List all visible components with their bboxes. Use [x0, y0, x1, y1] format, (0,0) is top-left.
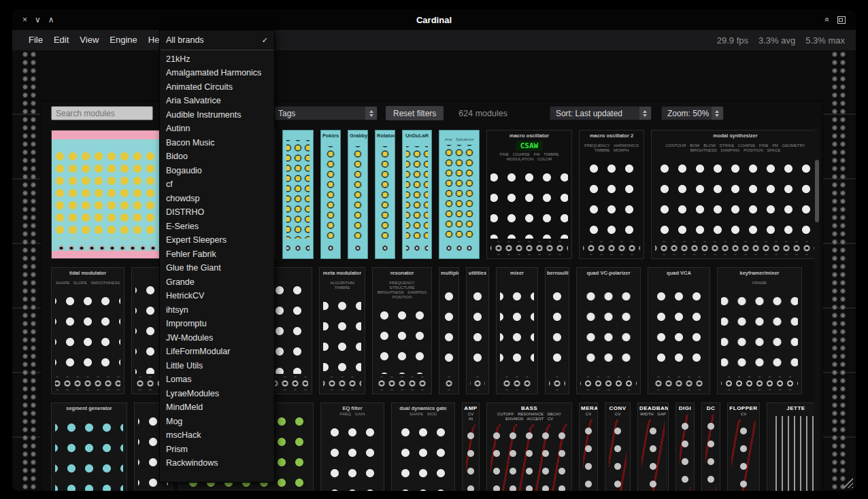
brand-option[interactable]: Fehler Fabrik — [160, 247, 274, 262]
module-tile[interactable]: mixer — [496, 267, 538, 394]
brand-option-all[interactable]: All brands ✓ — [160, 33, 274, 48]
brand-option[interactable]: DISTRHO — [160, 205, 274, 220]
module-tile[interactable]: DIGI — [675, 402, 695, 491]
menu-item[interactable]: View — [74, 30, 104, 50]
close-icon[interactable]: × — [22, 10, 27, 30]
brand-option[interactable]: Mog — [160, 415, 274, 429]
module-tile[interactable]: quad VCA — [648, 267, 710, 394]
module-title: bernoulli gate — [546, 268, 569, 277]
module-tile[interactable]: quad VC-polarizer — [576, 267, 641, 394]
module-labels: FRAME — [718, 281, 801, 286]
brand-option[interactable]: Glue the Giant — [160, 261, 274, 275]
module-labels: Aria Salvatrice — [439, 137, 479, 142]
module-tile[interactable]: Aria Salvatrice — [439, 130, 480, 259]
module-title: utilities — [467, 268, 488, 277]
module-knobs — [641, 419, 665, 491]
brand-option[interactable]: MindMeld — [160, 400, 274, 415]
module-tile[interactable]: AMP CV IN — [462, 402, 480, 491]
cpu-avg-stat: 3.3% avg — [758, 35, 795, 46]
brand-option[interactable]: JW-Modules — [160, 331, 274, 345]
module-ports — [286, 241, 310, 255]
menu-item[interactable]: Engine — [104, 30, 142, 50]
module-tile[interactable]: CONV CV — [605, 402, 631, 491]
brand-option[interactable]: Aria Salvatrice — [160, 94, 274, 108]
brand-option[interactable]: Prism — [160, 443, 274, 457]
brand-option[interactable]: Animated Circuits — [160, 80, 274, 94]
module-tile[interactable]: Pokies — [320, 130, 341, 259]
module-tile[interactable]: tidal modulator SHAPE SLOPE SMOOTHNESS — [51, 267, 124, 394]
brand-option[interactable]: Bidoo — [160, 150, 274, 164]
module-labels: SHAPE SLOPE SMOOTHNESS — [52, 281, 124, 286]
module-knobs — [395, 419, 451, 491]
brand-option[interactable]: Autinn — [160, 122, 274, 136]
module-tile[interactable]: utilities — [466, 267, 489, 394]
zoom-combo[interactable]: Zoom: 50% — [661, 106, 724, 120]
brand-option[interactable]: cf — [160, 177, 274, 192]
module-tile[interactable]: EQ filter FREQ GAIN — [320, 402, 384, 491]
brand-option[interactable]: Lomas — [160, 373, 274, 387]
brand-option[interactable]: LyraeModules — [160, 387, 274, 401]
sort-combo[interactable]: Sort: Last updated — [550, 106, 652, 120]
module-title: DEADBAND — [638, 403, 668, 412]
module-knobs — [55, 415, 123, 491]
brand-option[interactable]: LifeFormModular — [160, 345, 274, 359]
combo-arrows-icon — [712, 107, 723, 120]
module-tile[interactable]: macro oscillator CSAW FINE COARSE FM TIM… — [486, 130, 572, 259]
module-labels: FREQ GAIN — [321, 412, 384, 417]
brand-option[interactable]: E-Series — [160, 220, 274, 234]
vertical-scrollbar[interactable] — [814, 127, 820, 491]
module-tile[interactable]: UnDuLaR — [402, 130, 432, 259]
brand-option[interactable]: Audible Instruments — [160, 108, 274, 122]
module-tile[interactable]: modal synthesizer CONTOUR BOW BLOW STRIK… — [651, 130, 816, 259]
module-tile[interactable] — [282, 130, 314, 259]
module-tile[interactable]: multiples — [439, 267, 459, 394]
module-ports — [500, 377, 534, 390]
brand-option[interactable]: Rackwindows — [160, 456, 274, 470]
module-title: meta modulator — [320, 268, 365, 277]
module-knobs — [490, 424, 568, 491]
reset-filters-button[interactable]: Reset filters — [386, 106, 444, 120]
brand-option[interactable]: Little Utils — [160, 359, 274, 373]
brand-option[interactable]: Bacon Music — [160, 136, 274, 150]
module-title: macro oscillator — [487, 131, 571, 139]
search-input[interactable] — [51, 106, 153, 120]
module-tile[interactable]: keyframer/mixer FRAME — [717, 267, 802, 394]
module-tile[interactable]: JETTE — [767, 402, 816, 491]
module-tile[interactable]: DC — [701, 402, 720, 491]
brand-option[interactable]: ihtsyn — [160, 303, 274, 317]
brand-option[interactable]: 21kHz — [160, 52, 274, 67]
chevron-down-icon[interactable]: ∨ — [35, 10, 41, 30]
brand-option[interactable]: Impromptu — [160, 317, 274, 331]
menu-item[interactable]: Edit — [48, 30, 74, 50]
brand-option[interactable]: mscHack — [160, 428, 274, 443]
brand-option[interactable]: Expert Sleepers — [160, 233, 274, 247]
module-tile[interactable]: DEADBAND WIDTH GAP — [637, 402, 669, 491]
zoom-label: Zoom: 50% — [662, 109, 712, 118]
brand-option[interactable]: Grande — [160, 275, 274, 290]
module-knobs — [721, 288, 798, 374]
module-tile[interactable]: Grabby — [348, 130, 368, 259]
tags-filter-combo[interactable]: Tags — [272, 106, 378, 120]
module-knobs — [443, 145, 475, 239]
collapse-icon[interactable]: » — [822, 18, 832, 22]
module-knobs — [324, 146, 337, 239]
brand-option[interactable]: chowdsp — [160, 192, 274, 206]
brand-option[interactable]: Bogaudio — [160, 164, 274, 178]
module-tile[interactable]: segment generator — [51, 402, 127, 491]
vertical-scrollbar-thumb[interactable] — [815, 160, 819, 222]
module-tile[interactable]: MERA CV — [579, 402, 598, 491]
module-tile[interactable]: BASS CUTOFF RESONANCE DECAY ENVMOD ACCEN… — [486, 402, 572, 491]
brand-option[interactable]: Amalgamated Harmonics — [160, 66, 274, 80]
module-tile[interactable]: dual dynamics gate SHAPE MOD — [391, 402, 455, 491]
module-tile[interactable]: meta modulator ALGORITHM TIMBRE — [319, 267, 365, 394]
module-tile[interactable]: macro oscillator 2 FREQUENCY HARMONICS T… — [579, 130, 644, 259]
maximize-icon[interactable] — [837, 16, 846, 24]
module-tile[interactable]: FLOPPER CV — [727, 402, 760, 491]
module-tile[interactable]: Rotatoes — [375, 130, 395, 259]
menu-item[interactable]: File — [23, 30, 48, 50]
brand-option[interactable]: HetrickCV — [160, 289, 274, 303]
chevron-up-icon[interactable]: ∧ — [48, 10, 54, 30]
module-tile[interactable]: bernoulli gate — [545, 267, 569, 394]
module-ports — [376, 377, 428, 390]
module-tile[interactable]: resonator FREQUENCY STRUCTURE BRIGHTNESS… — [372, 267, 432, 394]
